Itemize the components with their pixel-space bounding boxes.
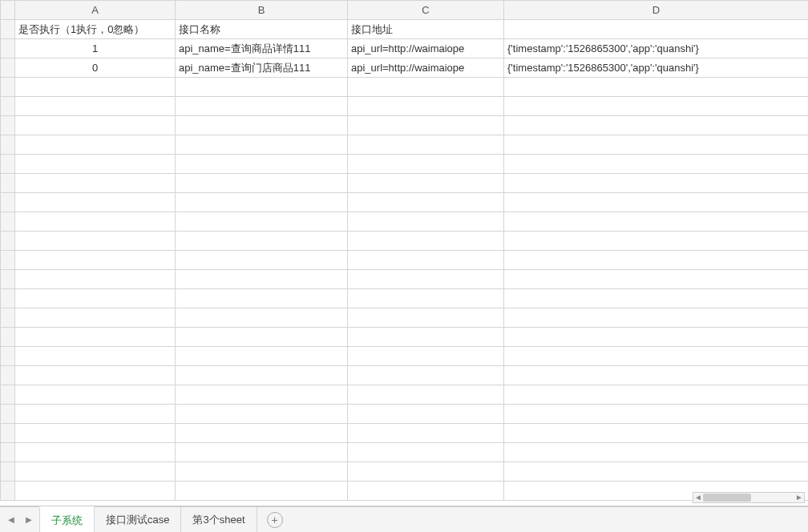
cell-A8[interactable]	[15, 155, 176, 174]
cell-A14[interactable]	[15, 270, 176, 289]
col-header-D[interactable]: D	[504, 1, 809, 20]
cell-A20[interactable]	[15, 385, 176, 405]
col-header-A[interactable]: A	[15, 1, 176, 20]
cell-C16[interactable]	[348, 308, 504, 328]
tab-nav-prev-icon[interactable]: ◄	[5, 514, 18, 526]
cell-C25[interactable]	[348, 482, 504, 501]
row-header[interactable]	[1, 462, 15, 482]
row-header[interactable]	[1, 443, 15, 462]
col-header-B[interactable]: B	[176, 1, 348, 20]
row-header[interactable]	[1, 251, 15, 270]
cell-A4[interactable]	[15, 78, 176, 97]
cell-C18[interactable]	[348, 347, 504, 366]
cell-D6[interactable]	[504, 116, 809, 135]
cell-A12[interactable]	[15, 232, 176, 251]
cell-C10[interactable]	[348, 193, 504, 212]
cell-C11[interactable]	[348, 212, 504, 232]
cell-D24[interactable]	[504, 462, 809, 482]
horizontal-scrollbar[interactable]: ◄ ►	[693, 492, 805, 503]
cell-B9[interactable]	[176, 174, 348, 193]
cell-A22[interactable]	[15, 424, 176, 443]
cell-A16[interactable]	[15, 308, 176, 328]
cell-C20[interactable]	[348, 385, 504, 405]
cell-A11[interactable]	[15, 212, 176, 232]
cell-C6[interactable]	[348, 116, 504, 135]
row-header[interactable]	[1, 212, 15, 232]
cell-A2[interactable]: 1	[15, 39, 176, 58]
cell-D16[interactable]	[504, 308, 809, 328]
cell-C9[interactable]	[348, 174, 504, 193]
cell-A23[interactable]	[15, 443, 176, 462]
cell-D3[interactable]: {'timestamp':'1526865300','app':'quanshi…	[504, 58, 809, 78]
cell-A5[interactable]	[15, 97, 176, 116]
cell-A19[interactable]	[15, 366, 176, 385]
scroll-right-icon[interactable]: ►	[794, 493, 804, 502]
cell-D11[interactable]	[504, 212, 809, 232]
row-header[interactable]	[1, 366, 15, 385]
cell-B2[interactable]: api_name=查询商品详情111	[176, 39, 348, 58]
tab-nav-next-icon[interactable]: ►	[22, 514, 35, 526]
cell-C8[interactable]	[348, 155, 504, 174]
cell-D9[interactable]	[504, 174, 809, 193]
cell-C13[interactable]	[348, 251, 504, 270]
cell-C3[interactable]: api_url=http://waimaiope	[348, 58, 504, 78]
cell-A15[interactable]	[15, 289, 176, 308]
cell-C14[interactable]	[348, 270, 504, 289]
cell-D7[interactable]	[504, 135, 809, 155]
sheet-tab[interactable]: 接口测试case	[94, 507, 181, 533]
cell-A6[interactable]	[15, 116, 176, 135]
cell-D15[interactable]	[504, 289, 809, 308]
cell-A10[interactable]	[15, 193, 176, 212]
cell-D5[interactable]	[504, 97, 809, 116]
scroll-left-icon[interactable]: ◄	[693, 493, 703, 502]
cell-B12[interactable]	[176, 232, 348, 251]
row-header[interactable]	[1, 385, 15, 405]
row-header[interactable]	[1, 20, 15, 39]
cell-A3[interactable]: 0	[15, 58, 176, 78]
sheet-tab[interactable]: 第3个sheet	[180, 507, 257, 533]
cell-A7[interactable]	[15, 135, 176, 155]
row-header[interactable]	[1, 232, 15, 251]
row-header[interactable]	[1, 39, 15, 58]
cell-C7[interactable]	[348, 135, 504, 155]
row-header[interactable]	[1, 58, 15, 78]
cell-C15[interactable]	[348, 289, 504, 308]
cell-C5[interactable]	[348, 97, 504, 116]
cell-D8[interactable]	[504, 155, 809, 174]
cell-D23[interactable]	[504, 443, 809, 462]
cell-B25[interactable]	[176, 482, 348, 501]
row-header[interactable]	[1, 289, 15, 308]
cell-C2[interactable]: api_url=http://waimaiope	[348, 39, 504, 58]
cell-C19[interactable]	[348, 366, 504, 385]
cell-C1[interactable]: 接口地址	[348, 20, 504, 39]
cell-B8[interactable]	[176, 155, 348, 174]
cell-B20[interactable]	[176, 385, 348, 405]
cell-D17[interactable]	[504, 328, 809, 347]
select-all-corner[interactable]	[1, 1, 15, 20]
cell-B23[interactable]	[176, 443, 348, 462]
row-header[interactable]	[1, 270, 15, 289]
cell-D21[interactable]	[504, 405, 809, 424]
row-header[interactable]	[1, 482, 15, 501]
cell-B1[interactable]: 接口名称	[176, 20, 348, 39]
cell-D14[interactable]	[504, 270, 809, 289]
row-header[interactable]	[1, 424, 15, 443]
sheet-tab[interactable]: 子系统	[39, 506, 95, 532]
cell-D4[interactable]	[504, 78, 809, 97]
cell-D1[interactable]	[504, 20, 809, 39]
row-header[interactable]	[1, 308, 15, 328]
cell-A24[interactable]	[15, 462, 176, 482]
row-header[interactable]	[1, 174, 15, 193]
cell-B6[interactable]	[176, 116, 348, 135]
cell-C24[interactable]	[348, 462, 504, 482]
cell-C21[interactable]	[348, 405, 504, 424]
row-header[interactable]	[1, 97, 15, 116]
cell-D2[interactable]: {'timestamp':'1526865300','app':'quanshi…	[504, 39, 809, 58]
cell-B7[interactable]	[176, 135, 348, 155]
cell-D13[interactable]	[504, 251, 809, 270]
row-header[interactable]	[1, 405, 15, 424]
cell-A25[interactable]	[15, 482, 176, 501]
cell-B18[interactable]	[176, 347, 348, 366]
row-header[interactable]	[1, 135, 15, 155]
cell-D18[interactable]	[504, 347, 809, 366]
